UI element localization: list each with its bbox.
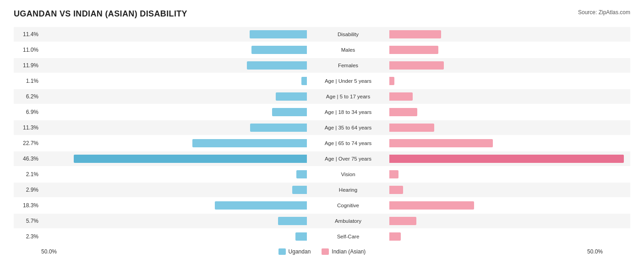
chart-title: Ugandan vs Indian (Asian) Disability	[14, 9, 187, 19]
left-bar-container	[41, 30, 307, 38]
left-bar-container	[41, 217, 307, 225]
table-row: 5.7% Ambulatory 5.4%	[14, 214, 630, 228]
left-value: 22.7%	[14, 140, 41, 146]
right-bar-container	[389, 108, 644, 116]
row-label: Age | 65 to 74 years	[307, 140, 389, 146]
left-bar	[192, 139, 307, 147]
right-bar	[389, 170, 398, 178]
table-row: 11.3% Age | 35 to 64 years 8.9%	[14, 120, 630, 135]
left-bar	[215, 201, 307, 210]
right-bar	[389, 30, 441, 38]
left-bar-container	[41, 61, 307, 70]
right-bar-container	[389, 92, 644, 101]
right-bar-container	[389, 186, 644, 194]
table-row: 11.0% Males 9.7%	[14, 43, 630, 57]
right-bar	[389, 186, 403, 194]
right-bar	[389, 232, 401, 241]
table-row: 18.3% Cognitive 16.8%	[14, 198, 630, 213]
row-label: Age | Under 5 years	[307, 78, 389, 84]
left-value: 2.3%	[14, 233, 41, 240]
left-value: 11.0%	[14, 47, 41, 53]
row-label: Males	[307, 47, 389, 53]
left-value: 11.3%	[14, 124, 41, 131]
right-bar	[389, 46, 438, 54]
right-bar	[389, 61, 444, 70]
legend-color	[278, 248, 286, 255]
table-row: 6.9% Age | 18 to 34 years 5.5%	[14, 105, 630, 119]
left-bar	[296, 170, 307, 178]
right-bar-container	[389, 170, 644, 178]
left-value: 5.7%	[14, 218, 41, 224]
row-label: Cognitive	[307, 203, 389, 208]
left-bar-container	[41, 155, 307, 163]
right-bar-container	[389, 77, 644, 85]
right-bar	[389, 139, 493, 147]
right-bar	[389, 108, 417, 116]
legend-label: Indian (Asian)	[332, 248, 366, 255]
left-bar-container	[41, 186, 307, 194]
legend-item: Ugandan	[278, 248, 311, 255]
left-bar-container	[41, 108, 307, 116]
left-value: 6.2%	[14, 93, 41, 100]
left-value: 6.9%	[14, 109, 41, 115]
table-row: 6.2% Age | 5 to 17 years 4.6%	[14, 89, 630, 104]
left-value: 11.9%	[14, 62, 41, 69]
row-label: Age | Over 75 years	[307, 156, 389, 162]
row-label: Females	[307, 63, 389, 68]
right-bar	[389, 155, 624, 163]
right-bar-container	[389, 30, 644, 38]
right-bar	[389, 77, 394, 85]
left-value: 2.9%	[14, 187, 41, 193]
footer-left: 50.0%	[41, 248, 69, 255]
left-value: 46.3%	[14, 156, 41, 162]
left-bar-container	[41, 139, 307, 147]
legend-label: Ugandan	[289, 248, 311, 255]
right-bar-container	[389, 217, 644, 225]
left-bar-container	[41, 77, 307, 85]
table-row: 2.1% Vision 1.8%	[14, 167, 630, 182]
left-bar	[278, 217, 307, 225]
right-bar-container	[389, 232, 644, 241]
left-bar-container	[41, 170, 307, 178]
left-bar	[250, 124, 307, 132]
table-row: 22.7% Age | 65 to 74 years 20.5%	[14, 136, 630, 151]
right-bar-container	[389, 46, 644, 54]
left-bar	[74, 155, 307, 163]
right-bar-container	[389, 61, 644, 70]
left-bar	[250, 30, 307, 38]
left-bar	[251, 46, 307, 54]
row-label: Hearing	[307, 187, 389, 193]
row-label: Age | 5 to 17 years	[307, 94, 389, 99]
left-bar-container	[41, 92, 307, 101]
row-label: Self-Care	[307, 234, 389, 239]
table-row: 11.9% Females 10.8%	[14, 58, 630, 73]
table-row: 1.1% Age | Under 5 years 1.0%	[14, 74, 630, 88]
legend-item: Indian (Asian)	[322, 248, 366, 255]
table-row: 46.3% Age | Over 75 years 46.5%	[14, 151, 630, 166]
table-row: 11.4% Disability 10.3%	[14, 27, 630, 42]
right-bar	[389, 217, 416, 225]
left-value: 2.1%	[14, 171, 41, 178]
left-bar	[301, 77, 307, 85]
chart-area: 11.4% Disability 10.3% 11.0% Males 9.7% …	[14, 27, 630, 255]
left-value: 1.1%	[14, 78, 41, 84]
row-label: Age | 35 to 64 years	[307, 125, 389, 130]
legend: UgandanIndian (Asian)	[69, 248, 575, 255]
right-bar	[389, 124, 434, 132]
source-label: Source: ZipAtlas.com	[578, 9, 630, 16]
left-bar-container	[41, 201, 307, 210]
right-bar	[389, 201, 474, 210]
left-bar	[247, 61, 307, 70]
right-bar	[389, 92, 413, 101]
left-bar-container	[41, 46, 307, 54]
right-bar-container	[389, 201, 644, 210]
right-bar-container	[389, 124, 644, 132]
left-bar	[292, 186, 307, 194]
row-label: Disability	[307, 32, 389, 37]
left-bar	[276, 92, 307, 101]
right-bar-container	[389, 155, 644, 163]
table-row: 2.9% Hearing 2.7%	[14, 183, 630, 197]
left-bar-container	[41, 124, 307, 132]
legend-color	[322, 248, 329, 255]
row-label: Ambulatory	[307, 218, 389, 224]
